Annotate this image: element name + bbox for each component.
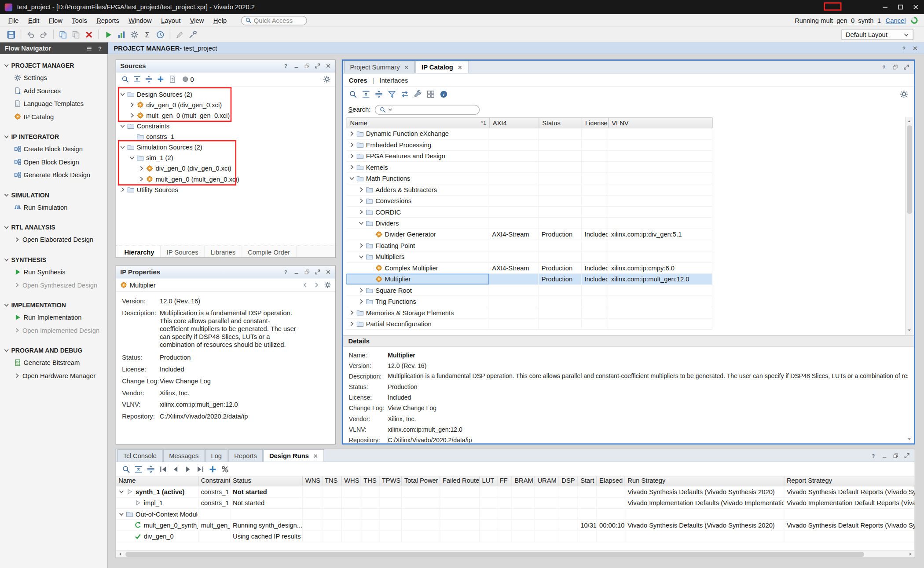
chevron-right-icon[interactable]	[358, 243, 364, 248]
catalog-filter-button[interactable]	[385, 88, 398, 100]
tab-tcl-console[interactable]: Tcl Console	[117, 449, 163, 462]
maximize-button[interactable]	[897, 4, 904, 11]
source-tree-item-constraints[interactable]: Constraints	[116, 121, 335, 131]
chevron-right-icon[interactable]	[358, 299, 364, 304]
column-header-total-power[interactable]: Total Power	[402, 476, 440, 485]
column-header-uram[interactable]: URAM	[535, 476, 559, 485]
flow-item-ip-catalog[interactable]: IP Catalog	[0, 110, 107, 123]
runs-expandall-button[interactable]	[144, 463, 157, 474]
chevron-right-icon[interactable]	[349, 131, 355, 136]
column-header-whs[interactable]: WHS	[342, 476, 361, 485]
chevron-down-icon[interactable]	[358, 220, 364, 226]
runs-prev-button[interactable]	[169, 463, 181, 474]
flow-item-run-implementation[interactable]: Run Implementation	[0, 311, 107, 324]
panel-minimize-icon[interactable]	[293, 269, 299, 275]
flow-navigator-help-icon[interactable]: ?	[97, 45, 103, 51]
chevron-right-icon[interactable]	[129, 113, 135, 118]
ip-catalog-row-multiplier[interactable]: MultiplierProductionIncludedxilinx.com:i…	[347, 274, 713, 285]
chevron-right-icon[interactable]	[349, 309, 355, 315]
column-header-elapsed[interactable]: Elapsed	[597, 476, 625, 485]
runs-next-button[interactable]	[194, 463, 206, 474]
ip-catalog-row-kernels[interactable]: Kernels	[347, 162, 713, 173]
column-header-status[interactable]: Status	[539, 118, 582, 128]
panel-help-icon[interactable]: ?	[881, 64, 887, 69]
flow-item-settings[interactable]: Settings	[0, 71, 107, 84]
close-button[interactable]	[912, 4, 919, 11]
chevron-right-icon[interactable]	[120, 187, 125, 193]
close-icon[interactable]	[457, 65, 462, 70]
toolbar-save-button[interactable]	[5, 29, 18, 40]
tab-interfaces[interactable]: Interfaces	[380, 76, 408, 83]
gear-icon[interactable]	[324, 281, 331, 288]
column-header-license[interactable]: License	[582, 118, 609, 128]
sources-search-button[interactable]	[119, 74, 131, 84]
scroll-right-icon[interactable]	[908, 552, 913, 557]
design-run-row-div-gen-0[interactable]: div_gen_0Using cached IP results	[116, 531, 915, 542]
column-header-ths[interactable]: THS	[361, 476, 380, 485]
flow-section-header-ip-integrator[interactable]: IP INTEGRATOR	[0, 131, 107, 142]
scroll-down-icon[interactable]	[907, 437, 912, 442]
chevron-down-icon[interactable]	[120, 144, 125, 150]
flow-item-open-hardware-manager[interactable]: Open Hardware Manager	[0, 369, 107, 382]
toolbar-del-button[interactable]	[83, 29, 95, 40]
source-tree-item-utility-sources[interactable]: Utility Sources	[116, 184, 335, 195]
toolbar-probe-button[interactable]	[186, 29, 199, 40]
chevron-down-icon[interactable]	[358, 254, 364, 259]
catalog-search-button[interactable]	[347, 88, 359, 100]
panel-maximize-icon[interactable]	[315, 269, 320, 275]
scrollbar-thumb[interactable]	[125, 551, 864, 557]
panel-float-icon[interactable]	[893, 452, 898, 458]
column-header-axi4[interactable]: AXI4	[490, 118, 539, 128]
flow-item-run-synthesis[interactable]: Run Synthesis	[0, 266, 107, 278]
horizontal-scrollbar[interactable]	[116, 550, 915, 557]
column-header-run-strategy[interactable]: Run Strategy	[625, 476, 785, 485]
tab-log[interactable]: Log	[205, 449, 227, 462]
toolbar-report-button[interactable]	[115, 29, 128, 40]
menu-item-window[interactable]: Window	[124, 15, 157, 25]
runs-percent-button[interactable]	[219, 463, 231, 474]
panel-close-icon[interactable]	[325, 63, 331, 69]
chevron-right-icon[interactable]	[349, 153, 355, 159]
source-tree-item-mult-gen-0[interactable]: mult_gen_0 (mult_gen_0.xci)	[116, 110, 335, 120]
panel-help-icon[interactable]: ?	[283, 269, 289, 275]
source-tree-item-design-sources[interactable]: Design Sources (2)	[116, 89, 335, 99]
panel-minimize-icon[interactable]	[882, 452, 887, 458]
flow-navigator-menu-icon[interactable]	[86, 45, 93, 51]
tab-messages[interactable]: Messages	[163, 449, 205, 462]
sources-tab-compile-order[interactable]: Compile Order	[242, 246, 297, 257]
ip-catalog-row-complex-multiplier[interactable]: Complex MultiplierAXI4-StreamProductionI…	[347, 262, 713, 273]
chevron-right-icon[interactable]	[358, 198, 364, 204]
panel-close-icon[interactable]	[325, 269, 331, 275]
flow-section-header-simulation[interactable]: SIMULATION	[0, 189, 107, 201]
ip-catalog-row-dividers[interactable]: Dividers	[347, 218, 713, 229]
column-header-vlnv[interactable]: VLNV	[609, 118, 713, 128]
flow-section-header-synthesis[interactable]: SYNTHESIS	[0, 254, 107, 266]
ip-catalog-row-trig-functions[interactable]: Trig Functions	[347, 296, 713, 307]
scrollbar-track[interactable]	[125, 551, 906, 557]
ip-catalog-row-multipliers[interactable]: Multipliers	[347, 251, 713, 262]
column-header-name[interactable]: Name	[116, 476, 199, 485]
flow-item-open-elaborated-design[interactable]: Open Elaborated Design	[0, 233, 107, 246]
menu-item-flow[interactable]: Flow	[44, 15, 67, 25]
flow-item-run-simulation[interactable]: Run Simulation	[0, 201, 107, 214]
menu-item-help[interactable]: Help	[209, 15, 231, 25]
property-value[interactable]: View Change Log	[388, 404, 436, 411]
sources-panel-header[interactable]: Sources ?	[116, 60, 335, 73]
chevron-down-icon[interactable]	[120, 91, 125, 97]
sources-collapseall-button[interactable]	[131, 74, 143, 84]
menu-item-edit[interactable]: Edit	[23, 15, 44, 25]
chevron-down-icon[interactable]	[118, 489, 124, 495]
catalog-settings-button[interactable]	[898, 88, 910, 100]
column-header-tns[interactable]: TNS	[323, 476, 342, 485]
close-icon[interactable]	[404, 65, 409, 70]
toolbar-undo-button[interactable]	[24, 29, 37, 40]
scroll-up-icon[interactable]	[907, 119, 912, 124]
flow-section-header-implementation[interactable]: IMPLEMENTATION	[0, 299, 107, 311]
toolbar-redo-button[interactable]	[37, 29, 50, 40]
column-header-report-strategy[interactable]: Report Strategy	[785, 476, 915, 485]
catalog-expandall-button[interactable]	[372, 88, 385, 100]
column-header-tpws[interactable]: TPWS	[380, 476, 402, 485]
catalog-info-button[interactable]: i	[437, 88, 450, 100]
runs-collapseall-button[interactable]	[132, 463, 144, 474]
catalog-grid-button[interactable]	[424, 88, 437, 100]
